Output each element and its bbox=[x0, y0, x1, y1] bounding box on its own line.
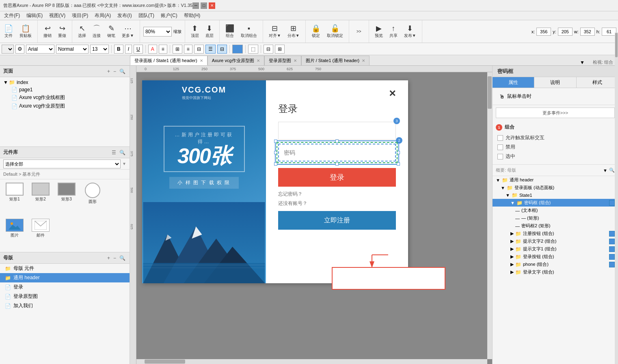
outline-filter-btn[interactable]: ▼ bbox=[603, 168, 607, 173]
menu-layout[interactable]: 布局(A) bbox=[92, 11, 113, 20]
master-item-2[interactable]: 📄 登录 bbox=[0, 282, 130, 292]
font-family-select[interactable]: Arial bbox=[26, 45, 54, 54]
w-input[interactable] bbox=[580, 28, 595, 36]
tree-item-wireframe[interactable]: 📄 Axure vcg作业线框图 bbox=[0, 93, 130, 102]
tab-2-close[interactable]: ✕ bbox=[294, 58, 297, 63]
close-btn[interactable]: ✕ bbox=[209, 2, 215, 9]
handle-tr[interactable] bbox=[397, 140, 400, 143]
outline-search-btn[interactable]: 🔍 bbox=[609, 168, 615, 173]
comp-mail[interactable]: 邮件 bbox=[29, 219, 52, 249]
masters-search-btn[interactable]: 🔍 bbox=[119, 255, 126, 261]
align-right-btn[interactable]: ⊟ bbox=[194, 45, 204, 54]
y-input[interactable] bbox=[558, 28, 573, 36]
menu-publish[interactable]: 发布(I) bbox=[115, 11, 134, 20]
bold-btn[interactable]: B bbox=[114, 45, 123, 54]
menu-edit[interactable]: 编辑(E) bbox=[24, 11, 45, 20]
line-style-btn[interactable]: ⊟ bbox=[264, 45, 273, 54]
italic-btn[interactable]: I bbox=[125, 45, 132, 54]
outline-item-passwordbox[interactable]: ▼ 📁 密码框 (组合) bbox=[493, 199, 618, 207]
toolbar-publish-btn[interactable]: ⬇ 发布▼ bbox=[402, 22, 419, 41]
tab-1[interactable]: Axure vcg作业原型图 ✕ bbox=[207, 56, 264, 65]
tab-1-close[interactable]: ✕ bbox=[257, 58, 260, 63]
align-active-btn[interactable]: ⊟ bbox=[217, 45, 227, 54]
outline-item-header[interactable]: ▼ 📁 通用 header bbox=[493, 176, 618, 184]
scrollbar-thumb-v[interactable] bbox=[488, 76, 492, 109]
scrollbar-thumb-h[interactable] bbox=[145, 360, 185, 364]
right-panel-scrollbar[interactable] bbox=[615, 32, 618, 364]
outline-item-state1[interactable]: ▼ 📁 State1 bbox=[493, 192, 618, 199]
canvas-scrollbar-v[interactable] bbox=[487, 72, 492, 359]
toolbar-more[interactable]: ⋯ 更多▼ bbox=[119, 22, 136, 41]
toolbar-pen[interactable]: ✎ 钢笔 bbox=[105, 22, 118, 41]
handle-br[interactable] bbox=[397, 162, 400, 166]
tree-item-index[interactable]: ▼ 📁 index bbox=[0, 79, 130, 86]
outline-item-phone[interactable]: ▶ 📁 phone (组合) bbox=[493, 261, 618, 268]
outline-item-register[interactable]: ▶ 📁 注册按钮 (组合) bbox=[493, 230, 618, 237]
toolbar-select[interactable]: ↖ 选择 bbox=[76, 22, 89, 41]
tab-3-close[interactable]: ✕ bbox=[362, 58, 365, 63]
comp-circle[interactable]: 圆形 bbox=[81, 183, 104, 215]
pages-add-btn[interactable]: + bbox=[106, 69, 111, 74]
font-color-btn[interactable]: A bbox=[148, 45, 157, 54]
toolbar-share[interactable]: ↑ 共享 bbox=[387, 22, 400, 41]
handle-rm[interactable] bbox=[397, 151, 400, 154]
tree-item-page1[interactable]: 📄 page1 bbox=[0, 86, 130, 93]
username-input[interactable] bbox=[278, 122, 396, 140]
fill-color-btn[interactable] bbox=[232, 45, 243, 54]
comp-image[interactable]: 图片 bbox=[3, 219, 26, 249]
toolbar-connect[interactable]: ⌒ 连接 bbox=[90, 22, 103, 41]
tab-2[interactable]: 登录原型图 ✕ bbox=[264, 56, 301, 65]
master-item-4[interactable]: 📄 加入我们 bbox=[0, 301, 130, 310]
toolbar-top[interactable]: ⬆ 顶层 bbox=[188, 22, 201, 41]
comp-rect2[interactable]: 矩形2 bbox=[29, 183, 52, 215]
more-format-btn[interactable]: ⊞ bbox=[275, 45, 285, 54]
comp-search-btn[interactable]: 🔍 bbox=[119, 150, 126, 155]
outline-item-rect[interactable]: — — (矩形) bbox=[493, 214, 618, 222]
x-input[interactable] bbox=[536, 28, 551, 36]
toolbar-ungroup[interactable]: ▪ 取消组合 bbox=[238, 22, 259, 41]
outline-item-logintext[interactable]: ▶ 📁 登录文字 (组合) bbox=[493, 268, 618, 276]
right-tab-style[interactable]: 样式 bbox=[577, 77, 618, 88]
login-close-btn[interactable]: ✕ bbox=[389, 88, 396, 99]
comp-rect3[interactable]: 矩形3 bbox=[55, 183, 78, 215]
comp-settings-btn[interactable]: ☰ bbox=[111, 150, 117, 155]
forgot-password[interactable]: 忘记密码？ bbox=[278, 191, 396, 198]
master-item-1[interactable]: 📁 通用 header bbox=[0, 273, 130, 282]
tab-3[interactable]: 图片 / State1 (通用 header) ✕ bbox=[301, 56, 370, 65]
outline-item-hint1[interactable]: ▶ 📁 提示文字1 (组合) bbox=[493, 245, 618, 253]
canvas-content[interactable]: VCG.COM 视觉中国旗下网站 …新用户注册即可获得… 300张 小 样 图 … bbox=[136, 72, 492, 358]
right-tab-properties[interactable]: 属性 bbox=[493, 77, 534, 88]
comp-rect1[interactable]: 矩形1 bbox=[3, 183, 26, 215]
handle-tl[interactable] bbox=[274, 140, 277, 143]
mouse-click-event[interactable]: 🖱 鼠标单击时 bbox=[496, 91, 615, 101]
toolbar-bottom[interactable]: ⬇ 底层 bbox=[203, 22, 216, 41]
handle-tm[interactable] bbox=[335, 140, 339, 143]
toolbar-expand[interactable]: >> bbox=[352, 22, 365, 41]
comp-select[interactable]: 选择全部 bbox=[3, 159, 121, 168]
toolbar-distribute[interactable]: ⊞ 分布▼ bbox=[285, 22, 302, 41]
prop-checkbox-0[interactable] bbox=[497, 135, 503, 141]
canvas-area[interactable]: 0 125 250 375 500 625 750 125 250 375 50… bbox=[130, 66, 492, 364]
no-account[interactable]: 还没有账号？ bbox=[278, 200, 396, 207]
menu-team[interactable]: 团队(T) bbox=[136, 11, 157, 20]
register-btn[interactable]: 立即注册 bbox=[278, 211, 396, 230]
menu-project[interactable]: 项目(P) bbox=[69, 11, 91, 20]
right-tab-description[interactable]: 说明 bbox=[534, 77, 576, 88]
handle-bm[interactable] bbox=[335, 162, 339, 166]
menu-help[interactable]: 帮助(H) bbox=[182, 11, 203, 20]
master-item-0[interactable]: 📁 母版 元件 bbox=[0, 264, 130, 273]
border-color-btn[interactable]: ⬚ bbox=[248, 45, 258, 54]
pages-delete-btn[interactable]: − bbox=[112, 69, 117, 74]
toolbar-new[interactable]: 📄 文件 bbox=[2, 22, 15, 41]
toolbar-preview[interactable]: ▶ 预览 bbox=[372, 22, 385, 41]
master-item-3[interactable]: 📄 登录原型图 bbox=[0, 292, 130, 301]
underline-btn[interactable]: U bbox=[134, 45, 143, 54]
style-select[interactable] bbox=[2, 45, 14, 54]
handle-bl[interactable] bbox=[274, 162, 277, 166]
menu-account[interactable]: 账户(C) bbox=[158, 11, 180, 20]
masters-add-btn[interactable]: + bbox=[106, 255, 111, 261]
font-size-select[interactable]: 13 bbox=[90, 45, 109, 54]
menu-view[interactable]: 视图(V) bbox=[47, 11, 68, 20]
more-events-btn[interactable]: 更多事件>>> bbox=[496, 108, 615, 118]
style-icon-btn[interactable]: ⚙ bbox=[15, 45, 24, 54]
